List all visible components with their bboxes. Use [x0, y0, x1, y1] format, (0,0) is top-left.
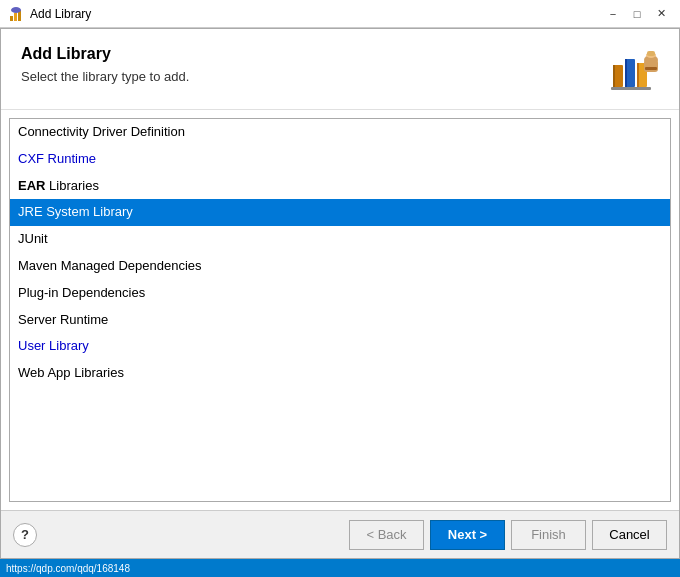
maximize-button[interactable]: □ [626, 5, 648, 23]
svg-rect-7 [625, 59, 627, 87]
title-bar: Add Library − □ ✕ [0, 0, 680, 28]
window-title: Add Library [30, 7, 602, 21]
list-item[interactable]: Maven Managed Dependencies [10, 253, 670, 280]
list-item[interactable]: Connectivity Driver Definition [10, 119, 670, 146]
library-icon [607, 45, 659, 97]
svg-rect-0 [10, 16, 13, 21]
svg-rect-5 [613, 65, 615, 87]
list-item[interactable]: JUnit [10, 226, 670, 253]
list-item[interactable]: EAR Libraries [10, 173, 670, 200]
list-item[interactable]: Plug-in Dependencies [10, 280, 670, 307]
list-item[interactable]: CXF Runtime [10, 146, 670, 173]
svg-rect-13 [645, 67, 657, 70]
dialog-main-title: Add Library [21, 45, 189, 63]
close-button[interactable]: ✕ [650, 5, 672, 23]
dialog-footer: ? < Back Next > Finish Cancel [1, 510, 679, 558]
status-bar: https://qdp.com/qdq/168148 [0, 559, 680, 577]
svg-rect-15 [647, 51, 655, 56]
svg-rect-10 [611, 87, 651, 90]
header-text: Add Library Select the library type to a… [21, 45, 189, 84]
footer-buttons: < Back Next > Finish Cancel [349, 520, 667, 550]
next-button[interactable]: Next > [430, 520, 505, 550]
dialog-header: Add Library Select the library type to a… [1, 29, 679, 110]
window-controls: − □ ✕ [602, 5, 672, 23]
finish-button[interactable]: Finish [511, 520, 586, 550]
dialog-body: Connectivity Driver DefinitionCXF Runtim… [1, 110, 679, 510]
list-item[interactable]: User Library [10, 333, 670, 360]
minimize-button[interactable]: − [602, 5, 624, 23]
svg-rect-9 [637, 63, 639, 87]
status-text: https://qdp.com/qdq/168148 [6, 563, 130, 574]
back-button[interactable]: < Back [349, 520, 424, 550]
svg-rect-1 [14, 13, 17, 21]
window-icon [8, 6, 24, 22]
svg-point-3 [11, 7, 21, 13]
cancel-button[interactable]: Cancel [592, 520, 667, 550]
library-list[interactable]: Connectivity Driver DefinitionCXF Runtim… [9, 118, 671, 502]
svg-rect-12 [644, 60, 658, 72]
dialog-content: Add Library Select the library type to a… [0, 28, 680, 559]
list-item[interactable]: Server Runtime [10, 307, 670, 334]
dialog-subtitle: Select the library type to add. [21, 69, 189, 84]
list-item[interactable]: Web App Libraries [10, 360, 670, 387]
help-button[interactable]: ? [13, 523, 37, 547]
list-item[interactable]: JRE System Library [10, 199, 670, 226]
